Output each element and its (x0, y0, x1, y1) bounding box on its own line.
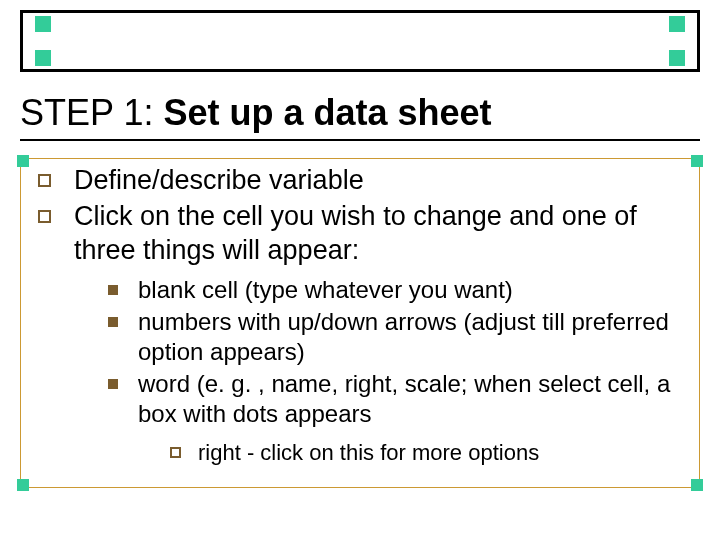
bullet-list-level1: Define/describe variable Click on the ce… (34, 164, 686, 467)
list-item: blank cell (type whatever you want) (104, 275, 686, 305)
bullet-list-level3: right - click on this for more options (138, 439, 686, 467)
corner-swatch-icon (35, 50, 51, 66)
corner-swatch-icon (17, 479, 29, 491)
bullet-text: numbers with up/down arrows (adjust till… (138, 308, 669, 365)
decorative-top-frame (20, 10, 700, 72)
corner-swatch-icon (691, 155, 703, 167)
slide: STEP 1: Set up a data sheet Define/descr… (0, 0, 720, 540)
title-prefix: STEP 1: (20, 92, 163, 133)
corner-swatch-icon (669, 50, 685, 66)
slide-title: STEP 1: Set up a data sheet (20, 92, 700, 141)
bullet-text: word (e. g. , name, right, scale; when s… (138, 370, 670, 427)
corner-swatch-icon (35, 16, 51, 32)
corner-swatch-icon (669, 16, 685, 32)
bullet-list-level2: blank cell (type whatever you want) numb… (74, 275, 686, 467)
title-main: Set up a data sheet (163, 92, 491, 133)
corner-swatch-icon (17, 155, 29, 167)
list-item: right - click on this for more options (168, 439, 686, 467)
list-item: Define/describe variable (34, 164, 686, 198)
list-item: numbers with up/down arrows (adjust till… (104, 307, 686, 367)
list-item: Click on the cell you wish to change and… (34, 200, 686, 467)
bullet-text: right - click on this for more options (198, 440, 539, 465)
bullet-text: Click on the cell you wish to change and… (74, 201, 637, 265)
list-item: word (e. g. , name, right, scale; when s… (104, 369, 686, 467)
bullet-text: Define/describe variable (74, 165, 364, 195)
bullet-text: blank cell (type whatever you want) (138, 276, 513, 303)
corner-swatch-icon (691, 479, 703, 491)
slide-body: Define/describe variable Click on the ce… (34, 164, 686, 469)
